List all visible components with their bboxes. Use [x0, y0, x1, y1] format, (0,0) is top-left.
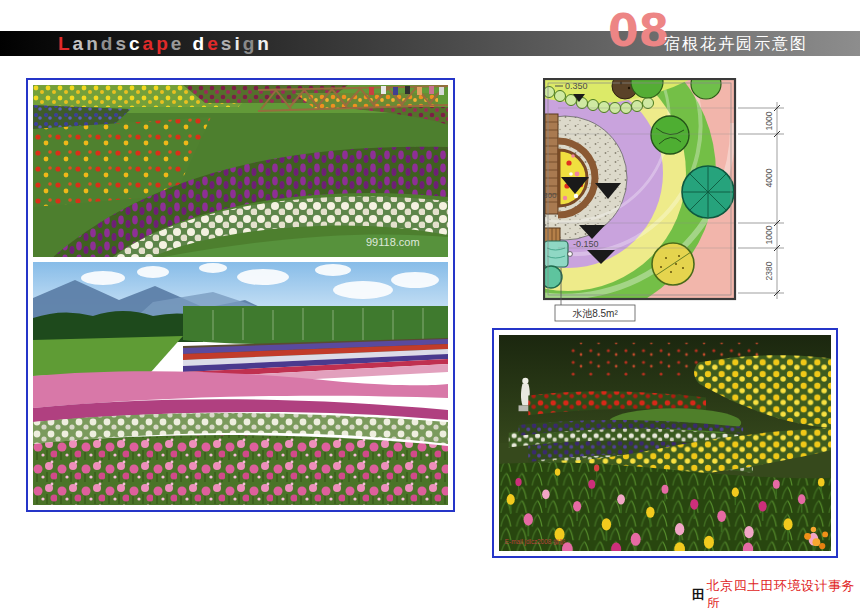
logo-letter: c — [129, 33, 143, 55]
logo-letter: p — [156, 33, 171, 55]
presentation-slide: Landscape design 08 宿根花卉园示意图 — [0, 0, 860, 608]
flower-fields-photo — [33, 262, 448, 505]
dim-label-4: 2380 — [764, 261, 774, 280]
photo-watermark: 99118.com — [366, 236, 420, 248]
company-name: 北京四土田环境设计事务所 — [707, 577, 860, 608]
elevation-label-top: 0.350 — [565, 81, 588, 91]
tulip-garden-photo: E-mail jdlcz2008 摄影 — [499, 335, 831, 551]
left-photo-frame: 99118.com — [26, 78, 455, 512]
landscape-plan-drawing: 0.350 -0.150 300 1000 4000 1000 2380 — [543, 78, 788, 328]
dim-label-1: 1000 — [764, 111, 774, 130]
logo-letter: L — [58, 33, 73, 55]
logo-letter: d — [193, 33, 208, 55]
pool-area-label: 水池8.5m² — [572, 308, 618, 319]
logo-letter: s — [221, 33, 235, 55]
elevation-label-mid: -0.150 — [573, 239, 599, 249]
logo-letter: d — [101, 33, 116, 55]
flower-bed-arcs — [543, 78, 788, 328]
logo-letter: e — [171, 33, 185, 55]
right-photo-frame: E-mail jdlcz2008 摄影 — [492, 328, 838, 558]
dim-label-3: 1000 — [764, 225, 774, 244]
logo-letter: a — [143, 33, 157, 55]
dimension-chain — [738, 102, 784, 299]
flower-rows-photo: 99118.com — [33, 85, 448, 257]
logo-letter: s — [115, 33, 129, 55]
logo-letter: n — [86, 33, 101, 55]
logo-text: Landscape design — [58, 31, 272, 56]
page-number: 08 — [608, 9, 669, 53]
logo-letter — [184, 33, 192, 55]
logo-letter: a — [73, 33, 87, 55]
company-signature: 田 北京四土田环境设计事务所 — [692, 577, 860, 608]
logo-letter: i — [234, 33, 242, 55]
logo-letter: e — [207, 33, 221, 55]
page-title: 宿根花卉园示意图 — [664, 31, 808, 56]
company-logo-glyph: 田 — [692, 586, 706, 604]
dim-label-2: 4000 — [764, 168, 774, 187]
logo-letter: n — [257, 33, 272, 55]
logo-letter: g — [243, 33, 258, 55]
photo-watermark: E-mail jdlcz2008 摄影 — [505, 538, 566, 546]
green-field — [33, 336, 183, 376]
cleome-foreground — [33, 435, 448, 505]
